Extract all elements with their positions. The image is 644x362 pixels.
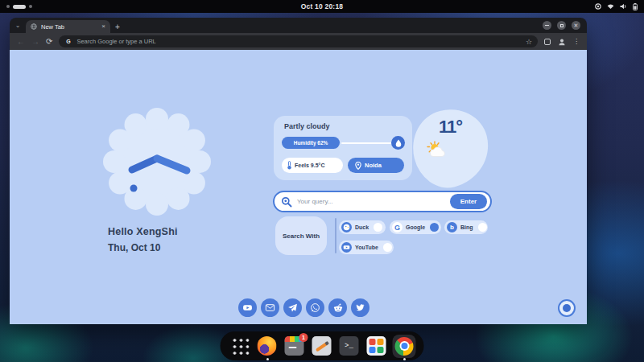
tab-new-tab[interactable]: New Tab ×: [26, 20, 110, 33]
browser-window: ⌄ New Tab × + ✕ ← → ⟳ G Search Google or…: [10, 18, 587, 324]
app-grid-icon: [231, 337, 249, 355]
desktop: Oct 10 20:18 ⌄ New Tab × + ✕ ← →: [0, 0, 644, 362]
engine-toggle-bing[interactable]: b Bing: [444, 220, 488, 234]
workspace-dot-icon: [29, 5, 32, 8]
analog-clock-widget[interactable]: [101, 107, 213, 218]
reload-button[interactable]: ⟳: [46, 38, 52, 46]
reddit-icon: [332, 302, 344, 314]
forward-button[interactable]: →: [31, 38, 39, 46]
running-indicator: [403, 358, 406, 360]
bing-toggle-off[interactable]: [478, 223, 487, 232]
youtube-link[interactable]: [238, 298, 257, 317]
thermometer-icon: [287, 161, 292, 170]
mail-link[interactable]: [261, 298, 279, 317]
youtube-icon: [242, 302, 253, 313]
humidity-pill: Humidity 62%: [282, 137, 340, 149]
browser-toolbar: ← → ⟳ G Search Google or type a URL ☆ ⋮: [10, 33, 587, 50]
maximize-button[interactable]: [557, 21, 566, 30]
system-tray[interactable]: [595, 3, 638, 10]
back-button[interactable]: ←: [17, 38, 25, 46]
firefox-icon: [258, 336, 277, 356]
feels-like-label: Feels 9.5°C: [295, 162, 324, 168]
engine-label: Bing: [460, 224, 473, 230]
extensions-icon[interactable]: [544, 39, 551, 45]
chrome-launcher[interactable]: [394, 336, 415, 356]
whatsapp-icon: [310, 302, 320, 313]
address-bar[interactable]: G Search Google or type a URL ☆: [59, 35, 538, 47]
engine-toggle-duck[interactable]: Duck: [339, 220, 386, 234]
reddit-link[interactable]: [328, 298, 347, 317]
duck-toggle-off[interactable]: [374, 223, 382, 232]
telegram-link[interactable]: [283, 298, 302, 317]
search-bar[interactable]: Enter: [273, 191, 492, 212]
temperature-value: 11°: [439, 117, 462, 138]
active-workspace-icon: [13, 5, 26, 9]
app-grid-button[interactable]: [230, 336, 250, 356]
page-menu-dot-icon: [563, 304, 571, 312]
update-count-badge: 1: [299, 333, 308, 342]
tab-search-button[interactable]: ⌄: [10, 18, 26, 33]
engine-toggle-google[interactable]: G Google: [390, 220, 441, 234]
close-icon: ✕: [574, 23, 579, 28]
battery-icon: [633, 3, 638, 10]
text-editor-launcher[interactable]: [312, 336, 332, 356]
enter-button[interactable]: Enter: [450, 194, 487, 209]
sun-behind-cloud-icon: [427, 141, 449, 162]
clock-face-icon: [101, 107, 213, 218]
dock: 1 >_: [221, 331, 424, 360]
toolbar-right: ⋮: [544, 38, 580, 46]
engine-label: Google: [406, 224, 425, 230]
youtube-engine-icon: [341, 242, 352, 253]
window-controls: ✕: [543, 18, 587, 33]
new-tab-button[interactable]: +: [110, 20, 125, 33]
bookmark-star-icon[interactable]: ☆: [526, 38, 532, 46]
tab-title: New Tab: [41, 23, 97, 31]
close-button[interactable]: ✕: [572, 21, 580, 30]
app-store-launcher[interactable]: [367, 336, 387, 356]
system-top-bar: Oct 10 20:18: [0, 0, 644, 13]
terminal-launcher[interactable]: >_: [340, 336, 360, 356]
new-tab-page: Hello XengShi Thu, Oct 10 Partly cloudy …: [10, 50, 587, 324]
social-links-row: [238, 298, 369, 317]
google-g-icon: G: [64, 38, 72, 45]
mail-icon: [265, 302, 275, 313]
twitter-link[interactable]: [351, 298, 369, 317]
browser-menu-icon[interactable]: ⋮: [573, 38, 580, 45]
duckduckgo-icon: [341, 222, 352, 232]
location-label: Noida: [365, 162, 382, 169]
app-store-icon: [367, 336, 386, 356]
engine-toggle-youtube[interactable]: YouTube: [339, 241, 394, 254]
greeting-text: Hello XengShi: [108, 226, 178, 237]
software-updater-launcher[interactable]: 1: [285, 336, 305, 356]
search-with-divider: [335, 218, 336, 253]
engine-label: YouTube: [355, 245, 378, 250]
feels-like-pill: Feels 9.5°C: [282, 158, 343, 173]
humidity-droplet-icon: [391, 136, 405, 150]
minimize-button[interactable]: [543, 21, 551, 30]
workspace-indicator[interactable]: [6, 5, 32, 9]
page-menu-button[interactable]: [558, 299, 576, 317]
running-indicator: [266, 358, 269, 360]
search-with-label: Search With: [275, 216, 327, 255]
tab-strip: ⌄ New Tab × + ✕: [10, 18, 587, 33]
twitter-icon: [355, 302, 365, 313]
whatsapp-link[interactable]: [306, 298, 324, 317]
location-pill[interactable]: Noida: [348, 158, 404, 173]
firefox-launcher[interactable]: [258, 336, 278, 356]
clock-label[interactable]: Oct 10 20:18: [301, 2, 344, 10]
status-icon: [595, 3, 601, 10]
wifi-icon: [607, 3, 614, 10]
profile-icon[interactable]: [558, 38, 566, 46]
bing-icon: b: [447, 222, 457, 232]
text-editor-icon: [312, 336, 332, 356]
google-toggle-on[interactable]: [430, 223, 439, 232]
tab-close-icon[interactable]: ×: [101, 23, 105, 30]
weather-card: Partly cloudy Humidity 62% Feels 9.5°C N…: [274, 116, 412, 180]
date-text: Thu, Oct 10: [108, 242, 160, 253]
search-input[interactable]: [297, 198, 445, 205]
focused-app-highlight: [393, 335, 416, 358]
humidity-track: [341, 142, 393, 144]
chrome-icon: [395, 337, 414, 356]
youtube-toggle-off[interactable]: [383, 243, 392, 252]
location-pin-icon: [355, 162, 361, 170]
